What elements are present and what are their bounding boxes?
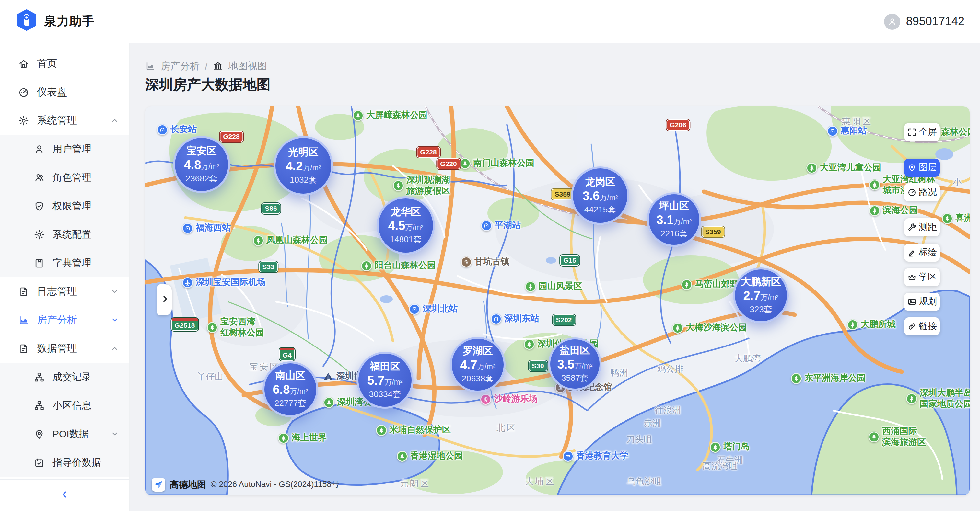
- app-title: 泉力助手: [44, 13, 95, 30]
- map-control-label: 路况: [919, 187, 937, 198]
- plane-marker-icon: [182, 277, 193, 288]
- map-label: 喜洲: [942, 213, 970, 224]
- pin-icon: [34, 428, 45, 440]
- map-label: 大屏嶂森林公园: [353, 110, 428, 121]
- road-badge: S30: [528, 360, 547, 371]
- sidebar-item-dashboard[interactable]: 仪表盘: [0, 78, 129, 106]
- sidebar-collapse-button[interactable]: [0, 479, 129, 511]
- measure-wrench-icon: [907, 223, 916, 232]
- sidebar-item-role-mgmt[interactable]: 角色管理: [0, 163, 129, 192]
- user-info[interactable]: 895017142: [884, 13, 964, 30]
- map-control-label: 链接: [919, 321, 937, 332]
- sidebar-item-system[interactable]: 系统管理: [0, 106, 129, 135]
- sidebar-item-label: 用户管理: [52, 143, 119, 155]
- chevron-left-icon: [59, 489, 70, 502]
- district-price: 2.7万/m²: [743, 289, 778, 305]
- tree-marker-icon: [710, 441, 721, 452]
- tree-marker-icon: [361, 260, 372, 271]
- district-bubble[interactable]: 宝安区4.8万/m²23682套: [173, 136, 230, 193]
- district-bubble[interactable]: 大鹏新区2.7万/m²323套: [733, 268, 789, 323]
- sidebar-item-label: 小区信息: [52, 399, 119, 412]
- district-price: 6.8万/m²: [272, 382, 308, 398]
- tree-marker-icon: [460, 158, 471, 169]
- district-bubble[interactable]: 龙岗区3.6万/m²44215套: [571, 167, 629, 225]
- sidebar-item-dict-mgmt[interactable]: 字典管理: [0, 249, 129, 277]
- map-label: 往浪洲: [655, 405, 681, 416]
- tree-marker-icon: [376, 425, 387, 436]
- district-bubble[interactable]: 盐田区3.5万/m²3587套: [548, 337, 601, 390]
- map-label: 深圳大鹏半岛国家地质公园: [906, 388, 970, 410]
- map-label: 西涌国际滨海旅游区: [869, 426, 926, 448]
- map-label: 深圳宝安国际机场: [182, 276, 266, 288]
- sidebar-item-log-mgmt[interactable]: 日志管理: [0, 277, 129, 306]
- map-control-规划[interactable]: 规划: [904, 293, 940, 311]
- chart-icon: [145, 61, 156, 71]
- road-badge: G228: [417, 147, 440, 158]
- panel-expand-button[interactable]: [158, 284, 172, 316]
- sidebar-item-label: 数据管理: [37, 342, 103, 355]
- sidebar-item-label: 字典管理: [52, 257, 119, 269]
- map-control-路况[interactable]: 路况: [904, 183, 940, 202]
- sidebar-item-community-info[interactable]: 小区信息: [0, 391, 129, 420]
- district-bubble[interactable]: 龙华区4.5万/m²14801套: [377, 196, 435, 254]
- map-control-标绘[interactable]: 标绘: [904, 243, 940, 262]
- sidebar-item-poi-data[interactable]: POI数据: [0, 420, 129, 448]
- district-count: 22777套: [275, 398, 306, 409]
- sidebar-item-home[interactable]: 首页: [0, 49, 129, 78]
- sidebar-item-label: 日志管理: [37, 285, 103, 298]
- road-badge: S202: [552, 314, 575, 325]
- district-bubble[interactable]: 南山区6.8万/m²22777套: [262, 362, 318, 417]
- map-label: 刀头咀: [626, 434, 652, 446]
- map-label: 深圳观澜湖旅游度假区: [393, 175, 450, 197]
- traffic-gauge-icon: [907, 188, 916, 197]
- school-crown-icon: [907, 273, 916, 282]
- map-label: 滨海公园: [869, 205, 918, 216]
- map-control-全屏[interactable]: 全屏: [904, 123, 940, 141]
- sidebar-item-guide-price[interactable]: 指导价数据: [0, 448, 129, 477]
- sidebar-item-label: 权限管理: [52, 200, 119, 212]
- sidebar-item-label: 仪表盘: [37, 85, 119, 99]
- museum-marker-icon: [461, 256, 472, 267]
- sidebar-item-system-config[interactable]: 系统配置: [0, 220, 129, 249]
- app-header: 泉力助手 895017142: [0, 0, 980, 43]
- district-name: 坪山区: [659, 200, 689, 213]
- district-bubble[interactable]: 罗湖区4.7万/m²20638套: [450, 337, 506, 392]
- home-icon: [18, 58, 29, 69]
- map[interactable]: 长安站大屏嶂森林公园森林公园惠阳站惠阳区南门山森林公园凤凰山森林公园福海西站阳台…: [145, 106, 970, 495]
- breadcrumb-item[interactable]: 房产分析: [161, 60, 200, 72]
- map-control-学区[interactable]: 学区: [904, 268, 940, 286]
- sidebar-item-permission-mgmt[interactable]: 权限管理: [0, 192, 129, 220]
- chevron-up-icon: [111, 117, 119, 124]
- map-control-label: 全屏: [919, 126, 937, 138]
- chevron-down-icon: [111, 316, 119, 324]
- tree-marker-icon: [207, 322, 218, 333]
- sidebar-item-property-analysis[interactable]: 房产分析: [0, 306, 129, 334]
- document-icon: [18, 343, 29, 354]
- map-label: 香港湿地公园: [397, 450, 463, 462]
- district-name: 光明区: [288, 146, 318, 159]
- district-bubble[interactable]: 坪山区3.1万/m²2216套: [647, 192, 701, 247]
- sidebar-item-user-mgmt[interactable]: 用户管理: [0, 135, 129, 163]
- sidebar-item-transactions[interactable]: 成交记录: [0, 363, 129, 391]
- district-bubble[interactable]: 光明区4.2万/m²1032套: [274, 136, 333, 195]
- sidebar-item-label: 成交记录: [52, 371, 119, 383]
- tree-marker-icon: [791, 373, 802, 384]
- sidebar: 首页 仪表盘 系统管理 用户管理 角色管理: [0, 43, 130, 511]
- road-badge: G228: [220, 131, 243, 142]
- map-control-label: 测距: [919, 222, 937, 233]
- map-label: 大鹏湾: [734, 353, 760, 365]
- pyramid-marker-icon: [323, 371, 334, 382]
- map-control-图层[interactable]: 图层: [904, 159, 940, 177]
- road-badge: G2518: [171, 318, 198, 331]
- map-label: 福海西站: [182, 222, 231, 234]
- district-count: 323套: [749, 305, 772, 316]
- map-label: 宝安西湾红树林公园: [207, 317, 264, 339]
- district-bubble[interactable]: 福田区5.7万/m²30334套: [356, 352, 414, 409]
- chevron-right-icon: [160, 294, 170, 306]
- page-title: 深圳房产大数据地图: [145, 78, 970, 92]
- district-name: 罗湖区: [463, 344, 493, 357]
- map-control-链接[interactable]: 链接: [904, 317, 940, 335]
- map-control-测距[interactable]: 测距: [904, 218, 940, 236]
- sidebar-item-label: 系统管理: [37, 114, 103, 127]
- sidebar-item-data-mgmt[interactable]: 数据管理: [0, 334, 129, 363]
